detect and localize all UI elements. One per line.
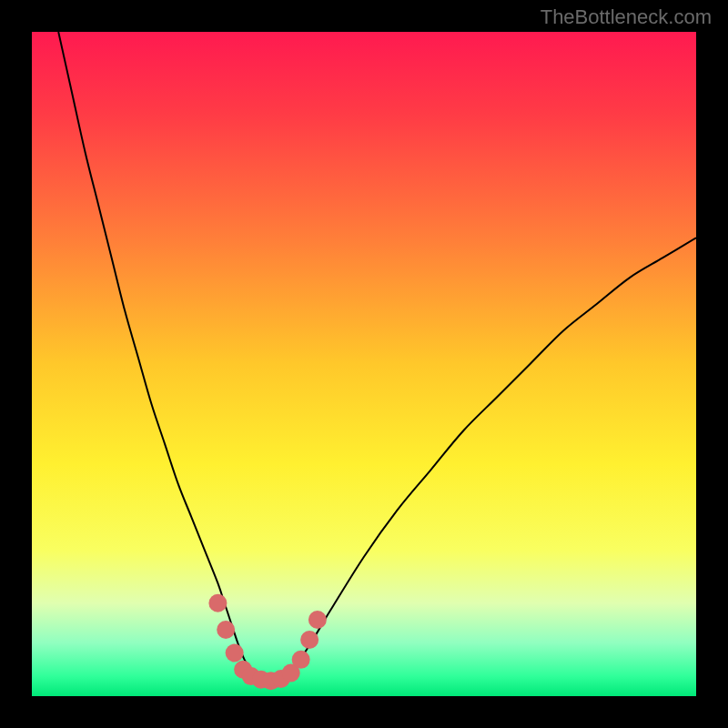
chart-plot-area — [32, 32, 696, 696]
highlight-dot — [292, 651, 310, 669]
highlight-dot — [300, 631, 318, 649]
highlight-dot — [308, 611, 327, 629]
bottleneck-chart — [32, 32, 696, 696]
highlight-dot — [217, 621, 235, 639]
gradient-background — [32, 32, 696, 696]
watermark-text: TheBottleneck.com — [541, 5, 712, 29]
highlight-dot — [208, 594, 227, 612]
highlight-dot — [226, 644, 244, 662]
